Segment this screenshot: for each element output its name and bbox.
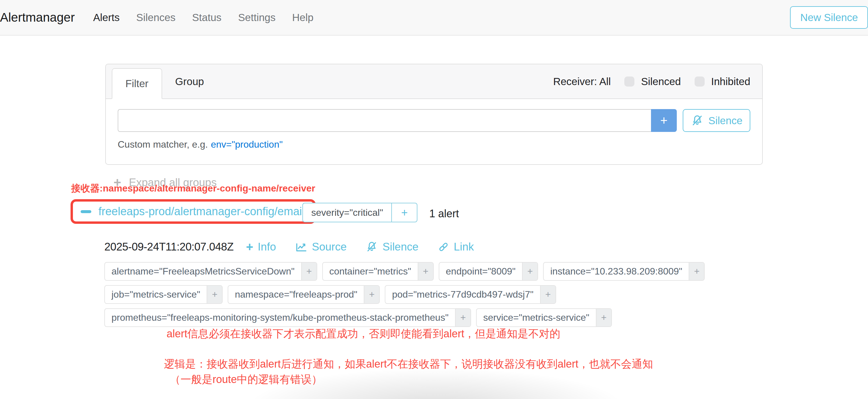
label-chip-text[interactable]: namespace="freeleaps-prod" xyxy=(228,286,364,303)
silence-filter-button[interactable]: Silence xyxy=(683,109,750,132)
label-chip-alertname: alertname="FreeleapsMetricsServiceDown" … xyxy=(104,262,317,281)
silenced-checkbox[interactable] xyxy=(624,76,634,87)
top-navbar: Alertmanager Alerts Silences Status Sett… xyxy=(0,0,868,36)
matcher-example-link[interactable]: env="production" xyxy=(211,139,282,150)
bell-slash-icon xyxy=(366,241,378,253)
label-chip-text[interactable]: job="metrics-service" xyxy=(105,286,207,303)
matcher-input[interactable] xyxy=(118,109,651,132)
label-chip-add-button[interactable]: + xyxy=(689,263,704,280)
silenced-checkbox-group[interactable]: Silenced xyxy=(624,75,681,87)
filter-card-header: Filter Group Receiver: All Silenced Inhi… xyxy=(106,64,762,99)
label-chip-prometheus: prometheus="freeleaps-monitoring-system/… xyxy=(104,308,471,327)
annotation-highlight-box: freeleaps-prod/alertmanager-config/email xyxy=(70,199,316,224)
label-chip-service: service="metrics-service" + xyxy=(476,308,612,327)
app-brand[interactable]: Alertmanager xyxy=(0,10,75,25)
label-chip-text[interactable]: prometheus="freeleaps-monitoring-system/… xyxy=(105,309,455,326)
line-chart-icon xyxy=(295,241,307,253)
alert-meta-row: 2025-09-24T11:20:07.048Z + Info Source S… xyxy=(104,241,493,253)
inhibited-checkbox-group[interactable]: Inhibited xyxy=(694,75,750,87)
nav-item-settings[interactable]: Settings xyxy=(238,11,275,23)
tab-filter[interactable]: Filter xyxy=(112,68,162,99)
label-chip-job: job="metrics-service" + xyxy=(104,285,223,304)
group-matcher-add-button[interactable]: + xyxy=(391,203,417,222)
label-chip-text[interactable]: service="metrics-service" xyxy=(477,309,596,326)
label-chip-add-button[interactable]: + xyxy=(455,309,470,326)
filter-card: Filter Group Receiver: All Silenced Inhi… xyxy=(105,64,763,165)
label-chip-text[interactable]: endpoint="8009" xyxy=(439,263,522,280)
annotation-receiver-note: 接收器:namespace/altermanager-config-name/r… xyxy=(71,182,315,195)
label-chip-text[interactable]: instance="10.233.98.209:8009" xyxy=(544,263,689,280)
nav-item-alerts[interactable]: Alerts xyxy=(93,11,120,23)
label-chip-instance: instance="10.233.98.209:8009" + xyxy=(543,262,705,281)
bell-slash-icon xyxy=(691,114,704,127)
label-chip-add-button[interactable]: + xyxy=(364,286,379,303)
label-chip-add-button[interactable]: + xyxy=(207,286,222,303)
label-chip-add-button[interactable]: + xyxy=(522,263,537,280)
alert-labels: alertname="FreeleapsMetricsServiceDown" … xyxy=(104,262,705,331)
screenshot-shadow xyxy=(184,369,688,399)
filter-card-body: + Silence Custom matcher, e.g.env="produ… xyxy=(106,99,762,164)
receiver-dropdown[interactable]: Receiver: All xyxy=(553,75,611,87)
label-chip-add-button[interactable]: + xyxy=(301,263,317,280)
tab-group[interactable]: Group xyxy=(162,64,217,98)
source-action[interactable]: Source xyxy=(295,241,346,253)
label-chip-pod: pod="metrics-77d9cdb497-wdsj7" + xyxy=(385,285,556,304)
add-matcher-button[interactable]: + xyxy=(651,109,677,132)
label-chip-endpoint: endpoint="8009" + xyxy=(439,262,538,281)
group-matcher-label[interactable]: severity="critical" xyxy=(303,203,391,222)
matcher-hint: Custom matcher, e.g.env="production" xyxy=(118,139,750,150)
label-chip-text[interactable]: container="metrics" xyxy=(323,263,418,280)
info-action[interactable]: + Info xyxy=(246,241,276,253)
link-icon xyxy=(438,241,450,253)
silenced-label: Silenced xyxy=(641,75,681,87)
group-matcher-chip: severity="critical" + xyxy=(302,203,417,222)
label-chip-namespace: namespace="freeleaps-prod" + xyxy=(228,285,380,304)
filter-tabs: Filter Group xyxy=(112,64,217,98)
nav-item-help[interactable]: Help xyxy=(292,11,314,23)
inhibited-label: Inhibited xyxy=(711,75,750,87)
label-chip-add-button[interactable]: + xyxy=(540,286,556,303)
label-chip-add-button[interactable]: + xyxy=(418,263,433,280)
minus-icon xyxy=(81,210,91,213)
label-chip-container: container="metrics" + xyxy=(322,262,434,281)
nav-item-status[interactable]: Status xyxy=(192,11,221,23)
annotation-alert-note: alert信息必须在接收器下才表示配置成功，否则即使能看到alert，但是通知是… xyxy=(166,327,560,341)
receiver-group-button[interactable]: freeleaps-prod/alertmanager-config/email xyxy=(73,202,313,221)
label-chip-text[interactable]: alertname="FreeleapsMetricsServiceDown" xyxy=(105,263,301,280)
silence-action[interactable]: Silence xyxy=(366,241,418,253)
link-action[interactable]: Link xyxy=(438,241,474,253)
alert-count: 1 alert xyxy=(429,208,459,220)
new-silence-button[interactable]: New Silence xyxy=(790,6,868,29)
alert-timestamp: 2025-09-24T11:20:07.048Z xyxy=(104,241,234,253)
nav-item-silences[interactable]: Silences xyxy=(136,11,176,23)
label-chip-add-button[interactable]: + xyxy=(596,309,611,326)
plus-icon: + xyxy=(246,241,253,253)
label-chip-text[interactable]: pod="metrics-77d9cdb497-wdsj7" xyxy=(385,286,540,303)
inhibited-checkbox[interactable] xyxy=(694,76,705,87)
